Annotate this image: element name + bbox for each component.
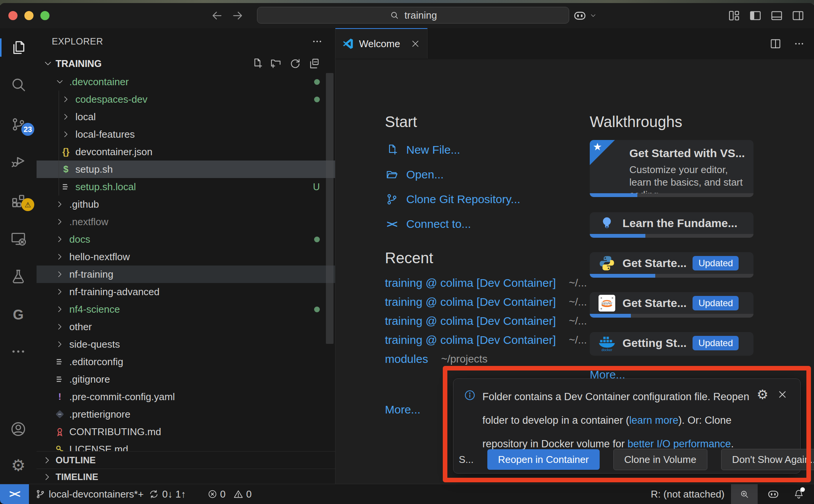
recent-workspace-path: ~/... [569, 277, 587, 289]
walkthrough-card[interactable]: Get Starte...Updated [590, 252, 753, 278]
recent-workspace-link[interactable]: training @ colima [Dev Container] [385, 277, 556, 289]
activity-explorer[interactable] [0, 38, 37, 57]
activity-remote-explorer[interactable] [0, 229, 37, 248]
w-branch-icon [385, 192, 399, 206]
refresh-explorer-icon[interactable] [289, 57, 302, 70]
command-center-search[interactable]: training [257, 7, 569, 24]
sync-status[interactable]: 0↓ 1↑ [148, 484, 186, 504]
tree-item[interactable]: .editorconfig [37, 353, 335, 370]
tree-item[interactable]: docs [37, 231, 335, 248]
close-window-button[interactable] [8, 11, 18, 20]
jupyter-icon: jupyter [598, 294, 616, 312]
tree-item[interactable]: .github [37, 196, 335, 213]
forward-arrow-icon[interactable] [231, 9, 244, 22]
close-tab-icon[interactable] [410, 38, 421, 49]
walkthrough-card[interactable]: dockerGetting St...Updated [590, 332, 753, 356]
back-arrow-icon[interactable] [210, 9, 224, 22]
walkthrough-card[interactable]: Learn the Fundame... [590, 212, 753, 238]
tree-item[interactable]: local [37, 108, 335, 126]
activity-extensions[interactable]: ⚠ [0, 191, 37, 209]
tree-item[interactable]: !.pre-commit-config.yaml [37, 388, 335, 405]
tree-item[interactable]: .prettierignore [37, 405, 335, 423]
recent-workspace-link[interactable]: training @ colima [Dev Container] [385, 296, 556, 308]
tree-item[interactable]: nf-training [37, 266, 335, 283]
tree-item[interactable]: .gitignore [37, 370, 335, 388]
notifications-bell[interactable] [793, 484, 804, 504]
notification-close-icon[interactable] [777, 389, 788, 400]
recent-workspace-link[interactable]: modules [385, 353, 428, 366]
toggle-secondary-sidebar-icon[interactable] [791, 9, 805, 22]
tree-item[interactable]: other [37, 318, 335, 335]
toggle-panel-icon[interactable] [770, 9, 784, 22]
split-editor-icon[interactable] [769, 37, 782, 50]
walkthrough-title: Getting St... [622, 337, 686, 350]
learn-more-link[interactable]: learn more [629, 415, 678, 426]
remote-indicator[interactable]: >< [0, 484, 29, 504]
tree-item[interactable]: $setup.sh [37, 161, 335, 178]
tree-item[interactable]: local-features [37, 126, 335, 143]
copilot-status[interactable] [767, 484, 780, 504]
tree-item[interactable]: nf4-science [37, 300, 335, 318]
tree-item[interactable]: nf-training-advanced [37, 283, 335, 300]
notification-settings-icon[interactable]: ⚙ [757, 388, 768, 401]
start-link-2[interactable]: Open... [385, 165, 444, 184]
timeline-panel-header[interactable]: TIMELINE [37, 469, 335, 484]
tree-item[interactable]: setup.sh.localU [37, 178, 335, 196]
recent-workspace-link[interactable]: training @ colima [Dev Container] [385, 334, 556, 347]
outline-panel-header[interactable]: OUTLINE [37, 451, 335, 469]
tree-item[interactable]: codespaces-dev [37, 91, 335, 108]
toggle-primary-sidebar-icon[interactable] [749, 9, 762, 22]
notification-dot [800, 487, 805, 492]
tree-item[interactable]: .devcontainer [37, 73, 335, 91]
zoom-status[interactable] [731, 484, 758, 504]
activity-source-control[interactable]: 23 [0, 115, 37, 134]
reopen-in-container-button[interactable]: Reopen in Container [487, 449, 600, 470]
start-link-4[interactable]: ><Connect to... [385, 214, 471, 234]
tree-item-label: side-quests [69, 339, 120, 350]
recent-workspace-link[interactable]: training @ colima [Dev Container] [385, 315, 556, 328]
tree-item[interactable]: LICENSE.md [37, 440, 335, 451]
start-link-1[interactable]: New File... [385, 140, 460, 160]
recent-more-link[interactable]: More... [385, 403, 420, 416]
activity-settings[interactable]: ⚙ [0, 456, 37, 475]
activity-gitlens[interactable]: G [0, 306, 37, 324]
editor-more-actions-icon[interactable] [793, 37, 806, 50]
updated-badge: Updated [693, 256, 739, 270]
tree-item-label: nf-training-advanced [69, 286, 160, 298]
tree-item[interactable]: .nextflow [37, 213, 335, 231]
activity-run-debug[interactable] [0, 152, 37, 170]
explorer-more-actions-icon[interactable] [311, 35, 324, 48]
tree-item[interactable]: {}devcontainer.json [37, 143, 335, 161]
io-performance-link[interactable]: better I/O performance [627, 438, 731, 450]
dont-show-again-button[interactable]: Don't Show Again... [721, 449, 814, 470]
tree-item[interactable]: CONTRIBUTING.md [37, 423, 335, 440]
walkthrough-card[interactable]: jupyterGet Starte...Updated [590, 292, 753, 318]
collapse-folders-icon[interactable] [308, 57, 321, 70]
copilot-menu[interactable] [573, 8, 597, 23]
activity-account[interactable] [0, 420, 37, 438]
new-folder-icon[interactable] [270, 57, 283, 70]
tree-item-label: other [69, 321, 92, 333]
new-file-icon[interactable] [251, 57, 263, 70]
minimize-window-button[interactable] [24, 11, 34, 20]
zoom-window-button[interactable] [40, 11, 49, 20]
start-link-3[interactable]: Clone Git Repository... [385, 189, 520, 209]
notification-message: Folder contains a Dev Container configur… [482, 385, 776, 456]
customize-layout-icon[interactable] [727, 9, 741, 22]
tab-welcome[interactable]: Welcome [335, 28, 428, 59]
folder-section-title: TRAINING [56, 58, 102, 69]
sidebar-scrollbar[interactable] [326, 73, 334, 344]
activity-more[interactable] [0, 342, 37, 361]
tree-item[interactable]: side-quests [37, 335, 335, 353]
folder-section-header[interactable]: TRAINING [37, 55, 335, 72]
walkthrough-title: Get Started with VS... [629, 147, 745, 160]
walkthrough-card[interactable]: ★Get Started with VS...Customize your ed… [590, 140, 753, 197]
r-language-status[interactable]: R: (not attached) [651, 484, 725, 504]
activity-search[interactable] [0, 75, 37, 94]
clone-in-volume-button[interactable]: Clone in Volume [613, 449, 707, 470]
git-branch-status[interactable]: local-devcontainers*+ [35, 484, 144, 504]
problems-status[interactable]: 0 0 [207, 484, 257, 504]
activity-testing[interactable] [0, 267, 37, 286]
tree-item[interactable]: hello-nextflow [37, 248, 335, 266]
git-modified-dot [314, 237, 320, 242]
